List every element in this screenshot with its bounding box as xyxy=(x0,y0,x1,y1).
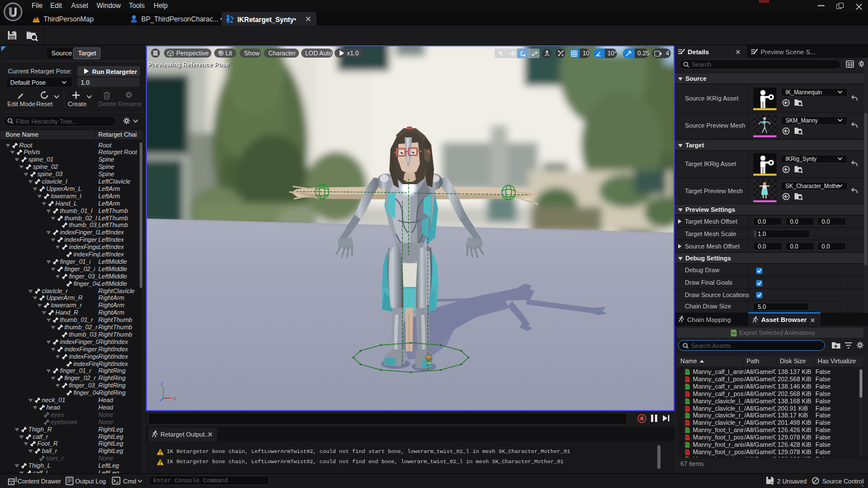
svg-text:Z: Z xyxy=(160,381,164,387)
svg-text:X: X xyxy=(173,396,176,402)
